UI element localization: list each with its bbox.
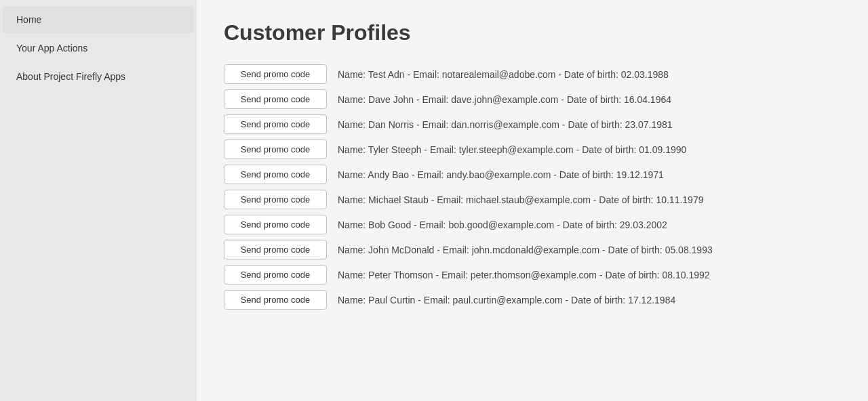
customer-row: Send promo codeName: John McDonald - Ema… — [224, 237, 841, 262]
customer-row: Send promo codeName: Peter Thomson - Ema… — [224, 262, 841, 287]
main-content: Customer Profiles Send promo codeName: T… — [197, 0, 868, 401]
customer-info: Name: Bob Good - Email: bob.good@example… — [338, 219, 667, 230]
customer-info: Name: Dave John - Email: dave.john@examp… — [338, 94, 671, 105]
sidebar: HomeYour App ActionsAbout Project Firefl… — [0, 0, 197, 401]
customer-row: Send promo codeName: Bob Good - Email: b… — [224, 212, 841, 237]
customer-row: Send promo codeName: Tyler Steeph - Emai… — [224, 137, 841, 162]
customer-row: Send promo codeName: Michael Staub - Ema… — [224, 187, 841, 212]
customer-info: Name: Michael Staub - Email: michael.sta… — [338, 194, 703, 205]
customer-info: Name: Dan Norris - Email: dan.norris@exa… — [338, 119, 673, 130]
send-promo-button[interactable]: Send promo code — [224, 265, 327, 284]
send-promo-button[interactable]: Send promo code — [224, 114, 327, 134]
customer-list: Send promo codeName: Test Adn - Email: n… — [224, 62, 841, 312]
sidebar-item-home[interactable]: Home — [3, 6, 194, 33]
page-title: Customer Profiles — [224, 20, 841, 45]
customer-info: Name: Peter Thomson - Email: peter.thoms… — [338, 270, 710, 280]
customer-row: Send promo codeName: Dan Norris - Email:… — [224, 112, 841, 137]
send-promo-button[interactable]: Send promo code — [224, 190, 327, 209]
send-promo-button[interactable]: Send promo code — [224, 140, 327, 159]
customer-info: Name: John McDonald - Email: john.mcdona… — [338, 245, 713, 255]
customer-row: Send promo codeName: Dave John - Email: … — [224, 87, 841, 112]
send-promo-button[interactable]: Send promo code — [224, 290, 327, 310]
sidebar-item-about-project-firefly-apps[interactable]: About Project Firefly Apps — [3, 63, 194, 90]
customer-info: Name: Paul Curtin - Email: paul.curtin@e… — [338, 295, 675, 305]
customer-info: Name: Andy Bao - Email: andy.bao@example… — [338, 169, 664, 180]
customer-row: Send promo codeName: Paul Curtin - Email… — [224, 287, 841, 312]
send-promo-button[interactable]: Send promo code — [224, 240, 327, 259]
customer-info: Name: Tyler Steeph - Email: tyler.steeph… — [338, 144, 686, 155]
send-promo-button[interactable]: Send promo code — [224, 215, 327, 234]
send-promo-button[interactable]: Send promo code — [224, 165, 327, 184]
customer-row: Send promo codeName: Test Adn - Email: n… — [224, 62, 841, 87]
customer-info: Name: Test Adn - Email: notarealemail@ad… — [338, 69, 669, 80]
sidebar-item-your-app-actions[interactable]: Your App Actions — [3, 35, 194, 62]
customer-row: Send promo codeName: Andy Bao - Email: a… — [224, 162, 841, 187]
send-promo-button[interactable]: Send promo code — [224, 64, 327, 84]
send-promo-button[interactable]: Send promo code — [224, 89, 327, 109]
